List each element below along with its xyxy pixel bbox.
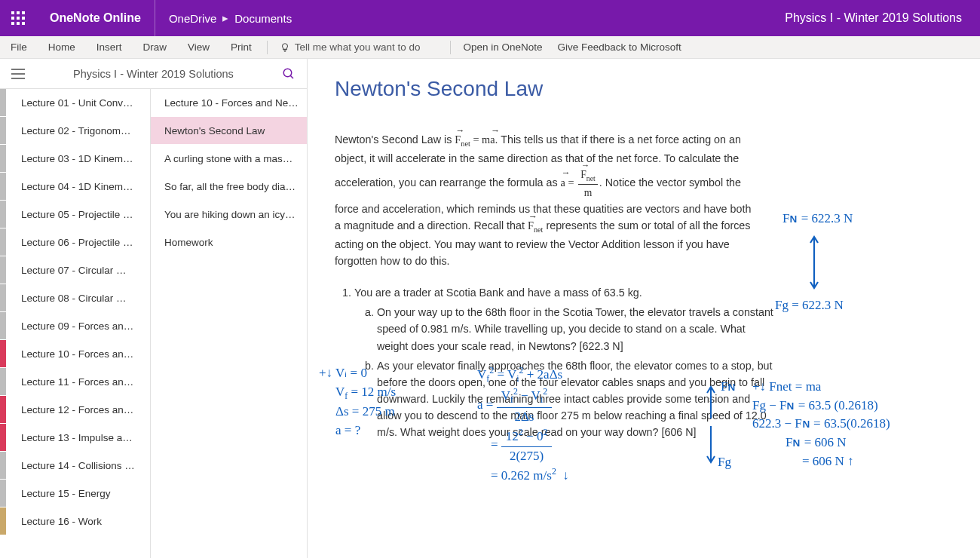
- section-color-tab: [0, 256, 6, 284]
- section-item[interactable]: Lecture 03 - 1D Kinem…: [0, 145, 150, 173]
- section-item[interactable]: Lecture 16 - Work: [0, 507, 150, 535]
- equation-fnet-ma: Fnet = ma: [455, 133, 495, 146]
- give-feedback-link[interactable]: Give Feedback to Microsoft: [550, 36, 689, 59]
- svg-rect-4: [17, 17, 20, 20]
- tab-file[interactable]: File: [0, 36, 38, 59]
- page-title[interactable]: Newton's Second Law: [335, 77, 953, 101]
- tab-view[interactable]: View: [177, 36, 220, 59]
- section-label: Lecture 02 - Trigonom…: [21, 125, 131, 136]
- section-item[interactable]: Lecture 09 - Forces an…: [0, 312, 150, 340]
- tab-draw[interactable]: Draw: [133, 36, 178, 59]
- page-item[interactable]: A curling stone with a mas…: [151, 145, 307, 173]
- page-item[interactable]: Homework: [151, 228, 307, 256]
- section-color-tab: [0, 452, 6, 479]
- section-item[interactable]: Lecture 02 - Trigonom…: [0, 117, 150, 145]
- equation-a-fnet-over-m: a = Fnetm: [561, 176, 599, 189]
- nav-title: Physics I - Winter 2019 Solutions: [36, 68, 271, 80]
- section-item[interactable]: Lecture 07 - Circular …: [0, 256, 150, 284]
- svg-rect-3: [11, 17, 14, 20]
- divider: [267, 41, 268, 54]
- tab-insert[interactable]: Insert: [86, 36, 133, 59]
- search-icon: [282, 67, 296, 81]
- navigation-pane: Physics I - Winter 2019 Solutions Lectur…: [0, 59, 308, 558]
- section-color-tab: [0, 284, 6, 311]
- svg-point-12: [283, 69, 292, 77]
- open-in-onenote-link[interactable]: Open in OneNote: [455, 36, 550, 59]
- section-color-tab: [0, 201, 6, 228]
- svg-rect-2: [22, 11, 25, 14]
- section-item[interactable]: Lecture 01 - Unit Conv…: [0, 89, 150, 117]
- svg-rect-1: [17, 11, 20, 14]
- tell-me-search[interactable]: Tell me what you want to do: [272, 41, 428, 53]
- waffle-icon: [11, 11, 25, 25]
- page-item[interactable]: So far, all the free body dia…: [151, 173, 307, 201]
- section-item[interactable]: Lecture 14 - Collisions …: [0, 452, 150, 480]
- page-canvas[interactable]: Newton's Second Law Newton's Second Law …: [308, 59, 980, 558]
- svg-rect-8: [22, 22, 25, 25]
- section-color-tab: [0, 89, 6, 116]
- section-color-tab: [0, 424, 6, 451]
- section-item[interactable]: Lecture 13 - Impulse a…: [0, 424, 150, 452]
- section-color-tab: [0, 173, 6, 200]
- symbol-fnet: Fnet: [528, 219, 544, 231]
- search-button[interactable]: [271, 67, 307, 81]
- ribbon: File Home Insert Draw View Print Tell me…: [0, 36, 980, 59]
- section-item[interactable]: Lecture 04 - 1D Kinem…: [0, 173, 150, 201]
- section-label: Lecture 12 - Forces an…: [21, 404, 133, 415]
- problem-1b[interactable]: As your elevator finally approaches the …: [377, 357, 776, 441]
- problem-1a[interactable]: On your way up to the 68th floor in the …: [377, 304, 776, 354]
- ink-newton-5: = 606 N ↑: [752, 452, 890, 471]
- svg-rect-7: [17, 22, 20, 25]
- section-item[interactable]: Lecture 15 - Energy: [0, 480, 150, 507]
- nav-toggle-button[interactable]: [0, 69, 36, 79]
- notebook-title: Physics I - Winter 2019 Solutions: [785, 11, 980, 25]
- section-item[interactable]: Lecture 08 - Circular …: [0, 284, 150, 312]
- app-launcher-button[interactable]: [0, 0, 36, 36]
- divider: [450, 41, 451, 54]
- section-color-tab: [0, 228, 6, 256]
- section-label: Lecture 06 - Projectile …: [21, 237, 133, 248]
- tab-home[interactable]: Home: [38, 36, 86, 59]
- section-color-tab: [0, 507, 6, 535]
- section-color-tab: [0, 396, 6, 423]
- page-list: Lecture 10 - Forces and Ne…Newton's Seco…: [151, 89, 307, 558]
- section-item[interactable]: Lecture 11 - Forces an…: [0, 368, 150, 396]
- section-label: Lecture 13 - Impulse a…: [21, 432, 133, 443]
- section-label: Lecture 09 - Forces an…: [21, 320, 133, 332]
- breadcrumb-root[interactable]: OneDrive: [169, 12, 216, 25]
- problem-1[interactable]: You are a trader at Scotia Bank and have…: [354, 284, 776, 440]
- page-item[interactable]: Lecture 10 - Forces and Ne…: [151, 89, 307, 117]
- section-color-tab: [0, 480, 6, 507]
- section-list: Lecture 01 - Unit Conv…Lecture 02 - Trig…: [0, 89, 151, 558]
- page-item[interactable]: You are hiking down an icy…: [151, 201, 307, 228]
- section-label: Lecture 03 - 1D Kinem…: [21, 153, 133, 164]
- section-label: Lecture 01 - Unit Conv…: [21, 97, 133, 109]
- section-color-tab: [0, 145, 6, 172]
- section-item[interactable]: Lecture 05 - Projectile …: [0, 201, 150, 228]
- problem-list[interactable]: You are a trader at Scotia Bank and have…: [354, 284, 776, 440]
- svg-rect-5: [22, 17, 25, 20]
- section-color-tab: [0, 368, 6, 395]
- section-label: Lecture 10 - Forces an…: [21, 348, 133, 360]
- section-item[interactable]: Lecture 12 - Forces an…: [0, 396, 150, 424]
- app-name[interactable]: OneNote Online: [36, 0, 155, 36]
- tell-me-placeholder: Tell me what you want to do: [295, 41, 421, 53]
- ink-fbd1-fg: Fg = 622.3 N: [775, 296, 844, 315]
- lightbulb-icon: [280, 42, 290, 53]
- ink-fbd1-fn: Fɴ = 622.3 N: [782, 210, 853, 228]
- section-label: Lecture 04 - 1D Kinem…: [21, 181, 133, 192]
- breadcrumb-folder[interactable]: Documents: [234, 12, 292, 25]
- section-label: Lecture 07 - Circular …: [21, 265, 127, 276]
- ink-fbd2-fg: Fg: [718, 453, 731, 472]
- section-item[interactable]: Lecture 10 - Forces an…: [0, 340, 150, 368]
- section-item[interactable]: Lecture 06 - Projectile …: [0, 228, 150, 256]
- hamburger-icon: [11, 69, 25, 79]
- tab-print[interactable]: Print: [220, 36, 262, 59]
- section-label: Lecture 14 - Collisions …: [21, 460, 135, 471]
- breadcrumb[interactable]: OneDrive ▸ Documents: [155, 11, 305, 25]
- section-label: Lecture 08 - Circular …: [21, 293, 127, 304]
- section-label: Lecture 11 - Forces an…: [21, 376, 133, 388]
- page-item[interactable]: Newton's Second Law: [151, 117, 307, 145]
- body-text[interactable]: Newton's Second Law is Fnet = ma. This t…: [335, 131, 757, 269]
- section-color-tab: [0, 340, 6, 367]
